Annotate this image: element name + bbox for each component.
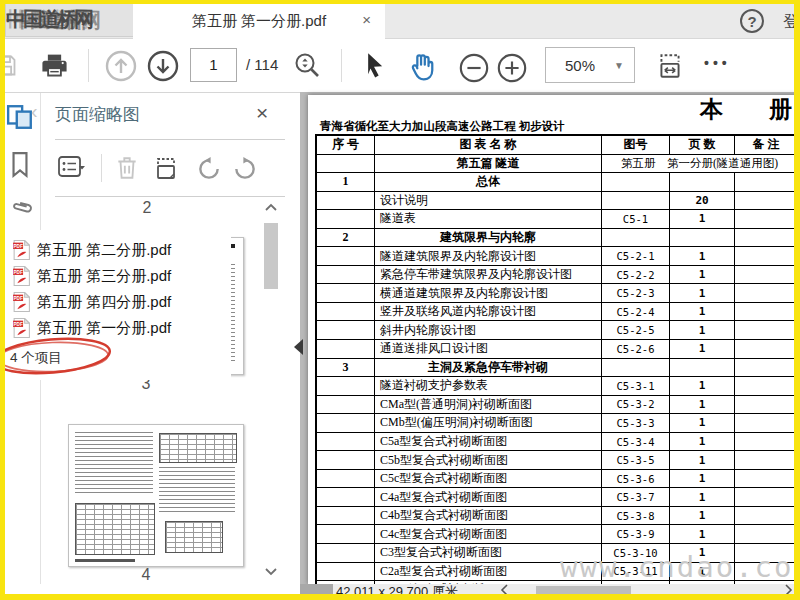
panel-close-icon[interactable]: ×: [256, 101, 268, 125]
table-row: 隧道衬砌支护参数表 C5-3-1 1: [317, 377, 797, 396]
table-row: 1 总体: [317, 173, 797, 192]
table-row: CMb型(偏压明洞)衬砌断面图 C5-3-3 1: [317, 414, 797, 433]
table-row: 斜井内轮廓设计图 C5-2-5 1: [317, 321, 797, 340]
thumb-label-2: 2: [127, 199, 167, 217]
file-list-item[interactable]: PDF 第五册 第四分册.pdf: [13, 291, 171, 313]
pdf-file-icon: PDF: [13, 240, 30, 260]
pdf-file-icon: PDF: [13, 266, 30, 286]
toc-table-body: 第五篇 隧道 第五册 第一分册(隧道通用图) 1 总体 设计说明 20 隧道表 …: [317, 155, 797, 600]
scroll-right-icon[interactable]: [783, 584, 793, 596]
fit-width-icon[interactable]: [655, 51, 685, 81]
tab-close-icon[interactable]: ×: [362, 11, 371, 29]
attachments-icon[interactable]: [2, 192, 39, 229]
rotate-right-icon[interactable]: [232, 156, 258, 182]
table-row: 第五篇 隧道 第五册 第一分册(隧道通用图): [317, 155, 797, 174]
table-row: 紧急停车带建筑限界及内轮廓设计图 C5-2-2 1: [317, 266, 797, 285]
table-row: 3 主洞及紧急停车带衬砌: [317, 359, 797, 378]
scroll-up-icon[interactable]: [263, 201, 279, 213]
login-label[interactable]: 登: [783, 10, 800, 33]
scrollbar-corner: [300, 584, 333, 596]
zoom-in-icon[interactable]: [496, 52, 528, 84]
status-bar: 42.011 x 29.700 厘米: [300, 584, 800, 596]
file-list-item[interactable]: PDF 第五册 第三分册.pdf: [13, 265, 171, 287]
table-row: C5c型复合式衬砌断面图 C5-3-6 1: [317, 470, 797, 489]
table-row: 通道送排风口设计图 C5-2-6 1: [317, 340, 797, 359]
table-row: 隧道表 C5-1 1: [317, 210, 797, 229]
select-tool-icon[interactable]: [360, 51, 388, 79]
help-icon[interactable]: ?: [740, 9, 764, 33]
page-4-thumbnail[interactable]: [68, 424, 244, 567]
pdf-viewer-window: 中国道桥网 第五册 第一分册.pdf × ? 登 1 / 114: [0, 0, 800, 600]
table-row: CMa型(普通明洞)衬砌断面图 C5-3-2 1: [317, 396, 797, 415]
panel-scrollbar-thumb[interactable]: [264, 223, 278, 289]
bookmarks-icon[interactable]: [8, 151, 32, 179]
table-row: C4b型复合式衬砌断面图 C5-3-8 1: [317, 507, 797, 526]
table-row: C5a型复合式衬砌断面图 C5-3-4 1: [317, 433, 797, 452]
print-icon[interactable]: [40, 51, 69, 80]
file-name: 第五册 第三分册.pdf: [37, 267, 171, 286]
volume-corner-title: 本 册: [700, 94, 792, 125]
file-name: 第五册 第四分册.pdf: [37, 293, 171, 312]
rotate-left-icon[interactable]: [196, 156, 222, 182]
panel-title: 页面缩略图: [55, 103, 140, 126]
zoom-level-select[interactable]: 50% ▼: [545, 47, 635, 83]
table-header-row: 序 号 图 表 名 称 图号 页 数 备 注: [317, 136, 797, 155]
topleft-watermark: 中国道桥网: [5, 4, 135, 37]
svg-text:PDF: PDF: [14, 244, 23, 249]
delete-page-icon[interactable]: [115, 155, 139, 181]
table-row: 隧道建筑限界及内轮廓设计图 C5-2-1 1: [317, 247, 797, 266]
zoom-level-value: 50%: [546, 57, 614, 74]
pdf-file-icon: PDF: [13, 292, 30, 312]
page-number-input[interactable]: 1: [190, 48, 237, 82]
table-row: 竖井及联络风道内轮廓设计图 C5-2-4 1: [317, 303, 797, 322]
file-name: 第五册 第二分册.pdf: [37, 241, 171, 260]
scroll-down-icon[interactable]: [263, 566, 279, 578]
document-tab[interactable]: 第五册 第一分册.pdf ×: [133, 3, 385, 39]
table-row: C4a型复合式衬砌断面图 C5-3-7 1: [317, 488, 797, 507]
more-tools-icon[interactable]: •••: [704, 55, 731, 71]
table-row: 设计说明 20: [317, 192, 797, 211]
svg-text:PDF: PDF: [14, 296, 23, 301]
red-circle-annotation: [0, 332, 120, 382]
collapse-panel-icon[interactable]: [294, 339, 303, 355]
page-size-label: 42.011 x 29.700 厘米: [336, 584, 458, 596]
tab-title: 第五册 第一分册.pdf: [192, 12, 326, 31]
extract-page-icon[interactable]: [152, 155, 180, 183]
tab-bar: 中国道桥网 第五册 第一分册.pdf × ? 登: [0, 3, 800, 39]
table-row: 2 建筑限界与内轮廓: [317, 229, 797, 248]
table-row: C4c型复合式衬砌断面图 C5-3-9 1: [317, 525, 797, 544]
previous-page-icon[interactable]: [104, 49, 138, 83]
chevron-down-icon: ▼: [614, 60, 634, 71]
thumbnail-options-icon[interactable]: [58, 155, 88, 181]
page-thumbnails-icon[interactable]: [6, 103, 34, 131]
svg-text:PDF: PDF: [14, 270, 23, 275]
panel-pointer-icon: ‹: [31, 100, 38, 123]
bottomright-watermark: www.cndao.com: [560, 550, 800, 584]
table-row: C5b型复合式衬砌断面图 C5-3-5 1: [317, 451, 797, 470]
table-row: 横通道建筑限界及内轮廓设计图 C5-2-3 1: [317, 284, 797, 303]
next-page-icon[interactable]: [146, 49, 180, 83]
horizontal-scrollbar-thumb[interactable]: [536, 586, 631, 595]
toc-table: 序 号 图 表 名 称 图号 页 数 备 注 第五篇 隧道 第五册 第一分册(隧…: [315, 134, 799, 600]
thumb-label-4: 4: [126, 566, 166, 584]
svg-text:PDF: PDF: [14, 322, 23, 327]
page-total-label: / 114: [246, 48, 278, 82]
marquee-zoom-icon[interactable]: [292, 51, 322, 81]
main-toolbar: 1 / 114 50% ▼ •••: [0, 39, 800, 93]
scroll-left-icon[interactable]: [500, 584, 510, 596]
hand-tool-icon[interactable]: [406, 50, 438, 82]
zoom-out-icon[interactable]: [458, 52, 490, 84]
save-icon[interactable]: [0, 52, 19, 79]
file-list-item[interactable]: PDF 第五册 第二分册.pdf: [13, 239, 171, 261]
project-title: 青海省循化至大力加山段高速公路工程 初步设计: [320, 119, 564, 134]
